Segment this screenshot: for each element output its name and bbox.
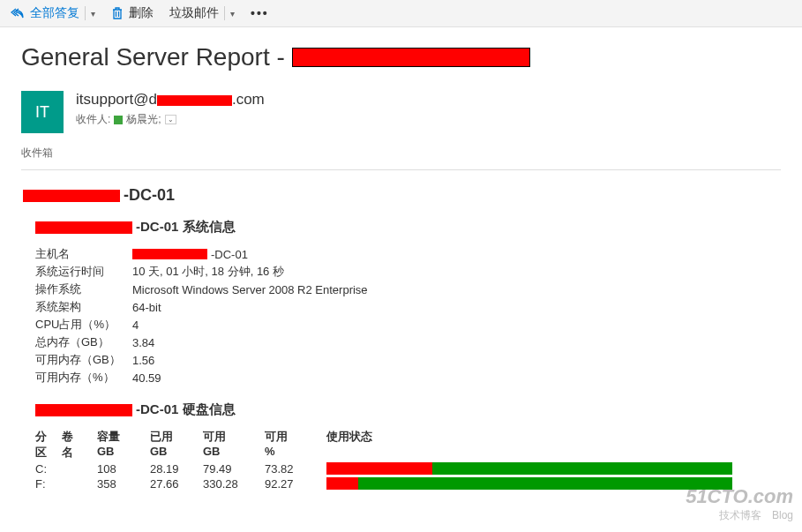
email-toolbar: 全部答复 ▾ 删除 垃圾邮件 ▾ ••• <box>0 0 802 27</box>
redacted-block <box>23 190 120 202</box>
disk-table: 分区 卷名 容量GB 已用GB 可用GB 可用% 使用状态 C:10828.19… <box>35 429 781 491</box>
email-subject: General Server Report - <box>21 43 781 71</box>
trash-icon <box>111 6 124 20</box>
reply-all-icon <box>11 7 25 19</box>
recipient-name[interactable]: 杨晨光; <box>126 112 161 127</box>
table-row: F:35827.66330.2892.27 <box>35 477 781 491</box>
usage-bar <box>326 462 732 475</box>
folder-label: 收件箱 <box>21 146 781 161</box>
redacted-block <box>157 95 232 106</box>
sender-email[interactable]: itsupport@d.com <box>76 91 781 109</box>
redacted-block <box>292 48 530 67</box>
chevron-down-icon[interactable]: ▾ <box>230 9 235 19</box>
divider <box>21 169 781 170</box>
chevron-down-icon[interactable]: ⌄ <box>165 115 176 124</box>
reply-all-button[interactable]: 全部答复 ▾ <box>11 5 95 21</box>
ellipsis-icon: ••• <box>251 6 269 20</box>
junk-button[interactable]: 垃圾邮件 ▾ <box>169 5 235 21</box>
system-info-table: 主机名-DC-01 系统运行时间10 天, 01 小时, 18 分钟, 16 秒… <box>35 246 781 386</box>
chevron-down-icon[interactable]: ▾ <box>91 9 95 19</box>
host-title: -DC-01 <box>23 186 781 205</box>
more-actions-button[interactable]: ••• <box>251 6 269 20</box>
delete-button[interactable]: 删除 <box>111 5 154 21</box>
separator <box>224 6 225 20</box>
recipients: 收件人: 杨晨光; ⌄ <box>76 112 781 127</box>
presence-icon <box>114 116 123 124</box>
diskinfo-title: -DC-01 硬盘信息 <box>35 401 781 418</box>
email-body: -DC-01 -DC-01 系统信息 主机名-DC-01 系统运行时间10 天,… <box>21 186 781 491</box>
redacted-block <box>132 249 207 259</box>
table-row: C:10828.1979.4973.82 <box>35 462 781 476</box>
avatar: IT <box>21 91 64 133</box>
email-content: General Server Report - IT itsupport@d.c… <box>0 27 802 515</box>
redacted-block <box>35 404 132 416</box>
redacted-block <box>35 221 132 234</box>
separator <box>85 6 86 20</box>
sysinfo-title: -DC-01 系统信息 <box>35 219 781 236</box>
sender-row: IT itsupport@d.com 收件人: 杨晨光; ⌄ <box>21 91 781 133</box>
usage-bar <box>326 477 732 490</box>
